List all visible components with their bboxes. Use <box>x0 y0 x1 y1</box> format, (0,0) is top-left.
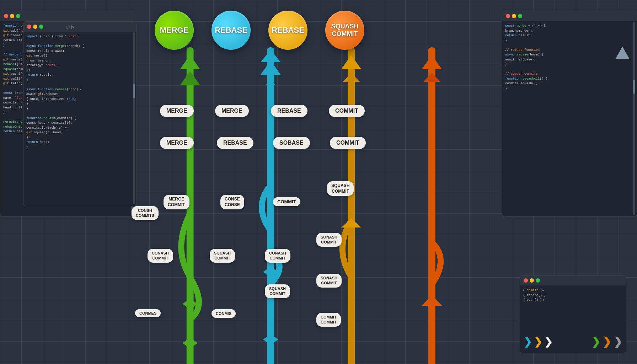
code-line: branch.merge(); <box>505 29 634 34</box>
cyan-diamond-2 <box>263 334 278 345</box>
scroll-up-icon[interactable] <box>615 47 630 59</box>
scrollbar-main[interactable] <box>133 32 135 204</box>
green-diamond-2 <box>182 338 198 348</box>
code-line: strategy: 'ours', <box>26 63 134 68</box>
pill-conash-commit-1: CONASHCOMMIT <box>148 249 173 263</box>
pill-squash-commit-4: SQUASHCOMMIT <box>265 284 290 298</box>
right-main-panel: const merge = () => { branch.merge(); re… <box>502 11 637 217</box>
code-line: async function merge(branch) { <box>26 44 134 49</box>
pill-commit-3: COMMIT <box>273 197 300 206</box>
code-line: return result; <box>505 33 634 38</box>
code-line: ); <box>26 102 134 107</box>
minimize-dot-r[interactable] <box>512 14 516 18</box>
pill-merge-2: MERGE <box>215 105 249 117</box>
main-content: function commit() { git.add('-A'); git.c… <box>0 0 637 364</box>
panel-titlebar <box>0 11 135 21</box>
minimize-dot[interactable] <box>33 25 37 29</box>
code-line: ); <box>26 135 134 140</box>
pill-squash-commit-2: SQUASHCOMMIT <box>210 249 235 263</box>
code-line: return result; <box>26 73 134 78</box>
arrow-white-icon: ❯ <box>544 336 552 348</box>
code-line: ( commit (= <box>523 288 623 293</box>
diagram-area: MERGE REBASE REBASE SQUASH COMMIT <box>142 0 495 364</box>
arrow-cyan-icon: ❯ <box>524 336 532 348</box>
code-line: }); <box>26 68 134 73</box>
code-line: } <box>26 78 134 83</box>
arrow-icon-group-left: ❯ ❯ ❯ <box>524 336 552 348</box>
arrow-orange-icon: ❯ <box>603 335 611 348</box>
code-line: { push() }) <box>523 298 623 303</box>
pill-come-conse: CONSECONSE <box>220 195 244 209</box>
orange-arrow-2 <box>423 73 440 82</box>
green-arrow-2 <box>180 71 200 85</box>
pill-merge-commit: MERGECOMMIT <box>164 195 189 209</box>
pill-merge-3: MERGE <box>160 137 194 149</box>
flow-svg <box>142 0 495 364</box>
code-line: commits.forEach((c) => <box>26 126 134 131</box>
code-line: async function rebase(onto) { <box>26 87 134 92</box>
close-dot[interactable] <box>27 25 31 29</box>
maximize-dot[interactable] <box>39 25 43 29</box>
scrollbar-right[interactable] <box>633 22 635 215</box>
maximize-dot-rb[interactable] <box>536 278 540 283</box>
pill-rebase-1: REBASE <box>271 105 307 117</box>
maximize-dot-r[interactable] <box>518 14 522 18</box>
panel-titlebar-main: git.js <box>23 22 136 32</box>
maximize-dot[interactable] <box>16 14 20 18</box>
pill-consh-commits: CONSHCOMMITS <box>132 206 159 220</box>
code-line: commits.squash(); <box>505 81 634 86</box>
code-line: async rebase(base) { <box>505 53 634 58</box>
merge-circle[interactable]: MERGE <box>155 11 194 50</box>
arrow-green-icon: ❯ <box>592 335 600 348</box>
panel-title: git.js <box>66 25 74 29</box>
code-line: return head; <box>26 140 134 145</box>
rebase2-circle[interactable]: REBASE <box>268 11 307 50</box>
pill-squash-commit-3: SONASHCOMMIT <box>316 233 342 247</box>
code-line: git.squash(c, head) <box>26 130 134 135</box>
code-line: } <box>505 38 634 43</box>
code-line: git.merge({ <box>26 54 134 59</box>
close-dot[interactable] <box>4 14 8 18</box>
code-line: const result = await <box>26 49 134 54</box>
minimize-dot[interactable] <box>10 14 14 18</box>
code-line: } <box>505 86 634 91</box>
squash-commit-label: SQUASH COMMIT <box>331 23 358 38</box>
code-line: } <box>26 107 134 112</box>
code-line: await git(base); <box>505 58 634 63</box>
right-bottom-panel: ( commit (= { rebase() } { push() }) ❯ ❯… <box>520 275 626 353</box>
cyan-arrow-up <box>261 50 281 62</box>
arrow-icon-group: ❯ ❯ ❯ <box>592 335 622 348</box>
code-line: } <box>26 145 134 150</box>
code-line: { onto, interactive: true} <box>26 97 134 102</box>
squash-commit-circle[interactable]: SQUASH COMMIT <box>325 11 364 50</box>
code-line: await git.rebase( <box>26 92 134 97</box>
pill-commit-1: COMMIT <box>329 105 365 117</box>
code-body-rb: ( commit (= { rebase() } { push() }) <box>520 285 626 306</box>
panel-titlebar-right <box>502 11 637 21</box>
minimize-dot-rb[interactable] <box>530 278 534 283</box>
code-line: // squash commits <box>505 72 634 77</box>
scrollbar-thumb-right[interactable] <box>633 80 635 94</box>
pill-conmes: CONMES <box>135 309 161 317</box>
amber-arrow-1 <box>341 55 362 69</box>
orange-arrow-1 <box>422 55 442 69</box>
amber-arrow-mid <box>341 219 362 228</box>
rebase-circle[interactable]: REBASE <box>212 11 251 50</box>
amber-arrow-2 <box>343 73 360 82</box>
code-line: import { git } from './git'; <box>26 34 134 39</box>
arrow-gray-icon: ❯ <box>614 335 622 348</box>
code-line: // rebase function <box>505 48 634 53</box>
left-main-panel: git.js import { git } from './git'; asyn… <box>23 21 137 206</box>
pill-sonash-commit-2: SONASHCOMMIT <box>316 274 342 288</box>
pill-conash-commit-2: CONASHCOMMIT <box>265 249 290 263</box>
scrollbar-thumb-main[interactable] <box>133 84 135 98</box>
code-line: { rebase() } <box>523 293 623 298</box>
pill-conmis: CONMIS <box>212 309 236 318</box>
arrow-amber-icon: ❯ <box>534 336 542 348</box>
close-dot-rb[interactable] <box>524 278 528 283</box>
pill-merge-1: MERGE <box>160 105 194 117</box>
code-line: function squashAll() { <box>505 77 634 82</box>
close-dot-r[interactable] <box>506 14 510 18</box>
code-line: } <box>505 62 634 67</box>
pill-rebase-2: REBASE <box>217 137 253 149</box>
